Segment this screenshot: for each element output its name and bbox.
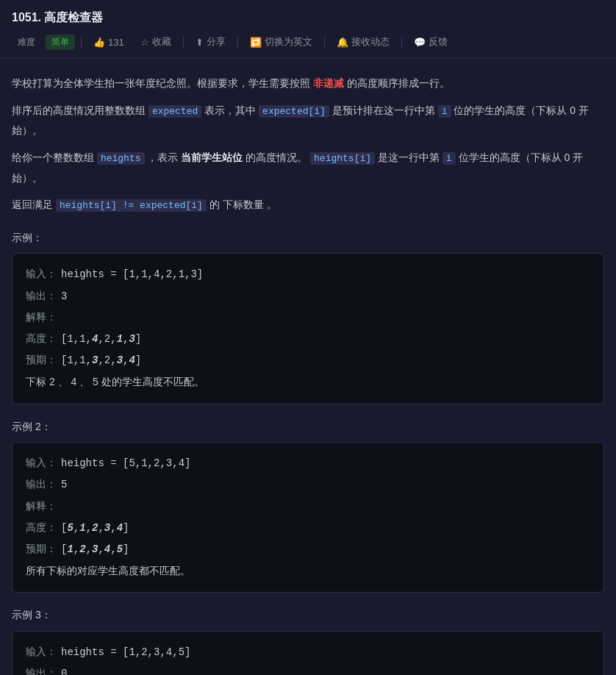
example-3-input-val: heights = [1,2,3,4,5] <box>61 643 190 662</box>
receive-label: 接收动态 <box>351 35 390 49</box>
difficulty-hard-label: 难度 <box>12 35 41 50</box>
example-3-box: 输入： heights = [1,2,3,4,5] 输出： 0 解释： 高度： … <box>12 631 604 675</box>
example-2-expect-row: 预期： [1,2,3,4,5] <box>26 539 590 560</box>
example-2-expect-val: [1,2,3,4,5] <box>61 540 129 560</box>
problem-line3: 给你一个整数数组 heights ，表示 当前学生站位 的高度情况。 heigh… <box>12 148 604 188</box>
ex2-h4: 3 <box>104 522 110 534</box>
example-1-note-row: 下标 2 、 4 、 5 处的学生高度不匹配。 <box>26 372 590 392</box>
difficulty-easy-badge[interactable]: 简单 <box>46 35 75 50</box>
line2-code3: i <box>438 105 451 118</box>
example-1-height-label: 高度： <box>26 329 57 349</box>
problem-line4: 返回满足 heights[i] != expected[i] 的 下标数量 。 <box>12 195 604 215</box>
toolbar-divider-2 <box>183 37 184 47</box>
line3-mid: ，表示 <box>147 151 178 163</box>
example-1-expect-val: [1,1,3,2,3,4] <box>61 351 141 371</box>
example-2-output-label: 输出： <box>26 474 57 494</box>
example-3-input-row: 输入： heights = [1,2,3,4,5] <box>26 642 590 662</box>
ex2-e1: 1 <box>67 543 73 555</box>
line2-start: 排序后的高度情况用整数数组 <box>12 104 146 116</box>
example-1-expect-italic2: 4 <box>129 354 135 366</box>
line3-code2: heights[i] <box>310 152 375 165</box>
line3-bold: 当前学生站位 <box>181 151 243 163</box>
example-2-explain-row: 解释： <box>26 496 590 516</box>
example-1-output-row: 输出： 3 <box>26 286 590 307</box>
example-2-input-val: heights = [5,1,2,3,4] <box>61 454 190 474</box>
feedback-button[interactable]: 💬 反馈 <box>408 33 454 51</box>
example-2-height-row: 高度： [5,1,2,3,4] <box>26 518 590 538</box>
example-2-input-label: 输入： <box>26 453 57 473</box>
bell-icon: 🔔 <box>337 37 348 48</box>
line4-start: 返回满足 <box>12 199 53 210</box>
ex2-e5: 5 <box>117 543 123 555</box>
example-3-output-val: 0 <box>61 664 67 675</box>
example-1-output-label: 输出： <box>26 286 57 306</box>
ex2-e2: 2 <box>79 543 85 555</box>
example-1-input-val: heights = [1,1,4,2,1,3] <box>61 265 203 285</box>
example-1-note: 下标 2 、 4 、 5 处的学生高度不匹配。 <box>26 372 204 392</box>
example-1-input-row: 输入： heights = [1,1,4,2,1,3] <box>26 264 590 285</box>
like-count: 131 <box>108 37 124 48</box>
line2-mid2: 是预计排在这一行中第 <box>332 104 435 116</box>
like-icon: 👍 <box>93 37 105 48</box>
line3-mid3: 是这一行中第 <box>378 151 440 163</box>
example-1-height-italic2: 3 <box>129 333 135 345</box>
example-1-height-val: [1,1,4,2,1,3] <box>61 329 141 349</box>
ex2-h1: 5 <box>67 522 73 534</box>
example-1-height-bold1: 4 <box>92 333 98 345</box>
line2-code1: expected <box>148 105 201 118</box>
problem-line1: 学校打算为全体学生拍一张年度纪念照。根据要求，学生需要按照 非递减 的高度顺序排… <box>12 74 604 93</box>
line3-start: 给你一个整数数组 <box>12 151 94 163</box>
collect-label: 收藏 <box>152 35 171 49</box>
toolbar-divider-5 <box>401 37 402 47</box>
receive-button[interactable]: 🔔 接收动态 <box>331 33 395 51</box>
feedback-icon: 💬 <box>414 37 426 48</box>
ex2-e4: 4 <box>104 543 110 555</box>
example-1-explain-row: 解释： <box>26 307 590 327</box>
example-1-expect-bold1: 3 <box>92 354 98 366</box>
example-3-output-label: 输出： <box>26 663 57 675</box>
line2-mid: 表示，其中 <box>204 104 256 116</box>
title-text: 1051. 高度检查器 <box>12 11 103 24</box>
example-3-input-label: 输入： <box>26 642 57 662</box>
line3-code1: heights <box>97 152 145 165</box>
example-2-note-row: 所有下标的对应学生高度都不匹配。 <box>26 561 590 581</box>
example-1-height-italic1: 1 <box>117 333 123 345</box>
collect-button[interactable]: ☆ 收藏 <box>135 33 177 51</box>
example-1-output-val: 3 <box>61 287 67 307</box>
example-1-input-label: 输入： <box>26 264 57 284</box>
example-1-expect-row: 预期： [1,1,3,2,3,4] <box>26 350 590 371</box>
header: 1051. 高度检查器 难度 简单 👍 131 ☆ 收藏 ⬆ 分享 🔁 切换为英… <box>0 0 616 59</box>
share-button[interactable]: ⬆ 分享 <box>190 33 232 51</box>
example-3-output-row: 输出： 0 <box>26 663 590 675</box>
example-2-box: 输入： heights = [5,1,2,3,4] 输出： 5 解释： 高度： … <box>12 442 604 593</box>
switch-lang-button[interactable]: 🔁 切换为英文 <box>244 33 318 51</box>
example-2-input-row: 输入： heights = [5,1,2,3,4] <box>26 453 590 474</box>
share-icon: ⬆ <box>196 37 204 48</box>
ex2-h5: 4 <box>117 522 123 534</box>
line4-end: 的 下标数量 。 <box>209 199 277 210</box>
example-3-section: 示例 3： 输入： heights = [1,2,3,4,5] 输出： 0 解释… <box>12 606 604 675</box>
example-1-box: 输入： heights = [1,1,4,2,1,3] 输出： 3 解释： 高度… <box>12 253 604 404</box>
example-3-label: 示例 3： <box>12 606 604 624</box>
switch-icon: 🔁 <box>250 37 262 48</box>
example-2-note: 所有下标的对应学生高度都不匹配。 <box>26 561 190 581</box>
line2-code2: expected[i] <box>259 105 329 118</box>
example-1-section: 示例： 输入： heights = [1,1,4,2,1,3] 输出： 3 解释… <box>12 229 604 404</box>
example-2-output-row: 输出： 5 <box>26 474 590 495</box>
example-2-height-val: [5,1,2,3,4] <box>61 518 129 538</box>
toolbar-divider-4 <box>324 37 325 47</box>
problem-line2: 排序后的高度情况用整数数组 expected 表示，其中 expected[i]… <box>12 101 604 140</box>
like-button[interactable]: 👍 131 <box>87 35 130 50</box>
example-1-expect-italic1: 3 <box>117 354 123 366</box>
toolbar: 难度 简单 👍 131 ☆ 收藏 ⬆ 分享 🔁 切换为英文 🔔 接收动态 💬 反 <box>12 33 604 51</box>
main-content: 学校打算为全体学生拍一张年度纪念照。根据要求，学生需要按照 非递减 的高度顺序排… <box>0 59 616 675</box>
example-1-explain-label: 解释： <box>26 307 57 327</box>
example-1-label: 示例： <box>12 229 604 247</box>
ex2-e3: 3 <box>92 543 98 555</box>
line3-code3: i <box>443 152 456 165</box>
switch-label: 切换为英文 <box>265 35 312 49</box>
line1-end: 的高度顺序排成一行。 <box>347 77 450 89</box>
ex2-h2: 1 <box>79 522 85 534</box>
example-2-output-val: 5 <box>61 475 67 495</box>
share-label: 分享 <box>207 35 226 49</box>
